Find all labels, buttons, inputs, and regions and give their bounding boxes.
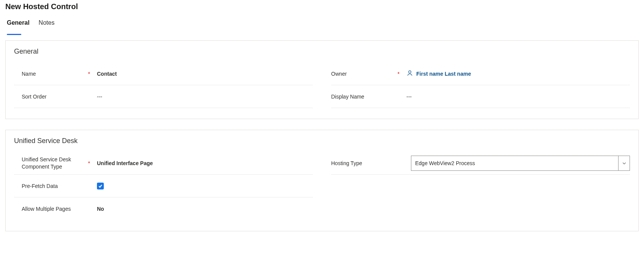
chevron-down-icon[interactable] [618,156,630,170]
field-sort-order-label: Sort Order [22,94,88,100]
required-indicator: * [86,160,97,166]
field-display-name-row: Display Name --- [331,85,630,108]
field-prefetch-row: Pre-Fetch Data [14,175,313,197]
required-indicator: * [86,71,97,77]
field-allow-multiple-label: Allow Multiple Pages [22,206,88,212]
page-title: New Hosted Control [5,2,639,11]
field-name-row: Name * Contact [14,62,313,85]
tab-notes[interactable]: Notes [39,19,55,30]
field-allow-multiple-value[interactable]: No [97,201,313,216]
owner-link[interactable]: First name Last name [406,70,471,78]
required-indicator: * [395,71,406,77]
hosting-type-select-value: Edge WebView2 Process [411,156,618,170]
tabs: General Notes [5,19,639,30]
person-icon [406,70,413,78]
svg-point-0 [409,71,411,73]
field-prefetch-value[interactable] [97,178,313,194]
field-sort-order-row: Sort Order --- [14,85,313,108]
field-display-name-value[interactable]: --- [406,89,630,104]
section-usd-title: Unified Service Desk [14,137,630,145]
field-allow-multiple-row: Allow Multiple Pages No [14,197,313,220]
field-component-type-row: Unified Service Desk Component Type * Un… [14,152,313,175]
field-sort-order-value[interactable]: --- [97,89,313,104]
prefetch-checkbox[interactable] [97,183,104,189]
section-usd: Unified Service Desk Unified Service Des… [5,130,639,231]
hosting-type-select[interactable]: Edge WebView2 Process [411,156,630,171]
field-name-label: Name [22,71,86,77]
section-general: General Name * Contact Sort Order --- [5,40,639,119]
field-name-value[interactable]: Contact [97,66,313,81]
field-hosting-type-label: Hosting Type [331,160,411,166]
field-hosting-type-row: Hosting Type Edge WebView2 Process [331,152,630,175]
tab-active-underline [7,34,21,35]
section-general-title: General [14,48,630,56]
owner-name: First name Last name [416,71,471,77]
field-owner-row: Owner * First name Last name [331,62,630,85]
field-prefetch-label: Pre-Fetch Data [22,183,88,189]
field-owner-label: Owner [331,71,395,77]
field-display-name-label: Display Name [331,94,397,100]
tab-general[interactable]: General [7,19,30,30]
field-component-type-label: Unified Service Desk Component Type [22,156,86,170]
field-component-type-value[interactable]: Unified Interface Page [97,156,313,171]
field-owner-value[interactable]: First name Last name [406,66,630,81]
